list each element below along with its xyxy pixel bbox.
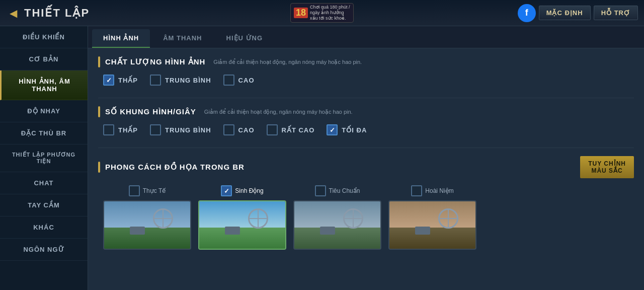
- ground-sinh-dong: [199, 228, 285, 249]
- checkbox-trung-binh-chat-luong[interactable]: [150, 75, 161, 86]
- section-header-so-khung: SỐ KHUNG HÌNH/GIÂY Giảm để cải thiện hoạ…: [98, 106, 634, 117]
- sidebar-item-khac[interactable]: KHÁC: [0, 216, 88, 239]
- customize-color-button[interactable]: TUY CHỈNHMÀU SẮC: [580, 156, 634, 178]
- option-thap-chat-luong[interactable]: THẤP: [103, 75, 138, 86]
- support-button[interactable]: HỖ TRỢ: [594, 6, 638, 20]
- options-row-chat-luong: THẤP TRUNG BÌNH CAO: [98, 75, 634, 86]
- sky-tieu-chuan: [294, 201, 380, 228]
- style-card-header-hoai-niem: Hoài Niệm: [411, 185, 453, 196]
- default-button[interactable]: MẶC ĐỊNH: [539, 6, 591, 20]
- card-image-thuc-te: [103, 200, 191, 250]
- checkbox-rat-cao-so-khung[interactable]: [267, 124, 278, 135]
- style-card-header-sinh-dong: Sinh Động: [221, 185, 263, 196]
- facebook-button[interactable]: f: [518, 4, 536, 22]
- option-trung-binh-chat-luong[interactable]: TRUNG BÌNH: [150, 75, 211, 86]
- tab-hinh-anh[interactable]: HÌNH ẢNH: [92, 29, 150, 48]
- checkbox-sinh-dong[interactable]: [221, 185, 232, 196]
- option-toi-da-so-khung[interactable]: TỐI ĐA: [327, 124, 367, 135]
- back-arrow-icon: ◀: [6, 6, 20, 20]
- options-row-so-khung: THẤP TRUNG BÌNH CAO RẤT CAO: [98, 124, 634, 135]
- checkbox-toi-da-so-khung[interactable]: [327, 124, 338, 135]
- card-scene-sinh-dong: [199, 201, 285, 249]
- checkbox-cao-chat-luong[interactable]: [223, 75, 234, 86]
- sky-sinh-dong: [199, 201, 285, 228]
- sky-thuc-te: [104, 201, 190, 228]
- option-thap-so-khung[interactable]: THẤP: [103, 124, 138, 135]
- card-scene-hoai-niem: [389, 201, 475, 249]
- ground-hoai-niem: [389, 228, 475, 249]
- bike-hoai-niem: [415, 227, 430, 235]
- checkbox-tieu-chuan[interactable]: [315, 185, 326, 196]
- card-image-sinh-dong: [198, 200, 286, 250]
- style-label-thuc-te: Thực Tế: [143, 187, 166, 194]
- option-cao-chat-luong[interactable]: CAO: [223, 75, 255, 86]
- label-rat-cao-so-khung: RẤT CAO: [282, 126, 315, 134]
- section-so-khung: SỐ KHUNG HÌNH/GIÂY Giảm để cải thiện hoạ…: [98, 106, 634, 135]
- section-chat-luong: CHẤT LƯỢNG HÌNH ẢNH Giảm để cải thiện ho…: [98, 56, 634, 86]
- sidebar: ĐIỀU KHIỂN CƠ BẢN HÌNH ẢNH, ÂM THANH ĐỘ …: [0, 26, 88, 290]
- bike-tieu-chuan: [320, 227, 335, 235]
- option-cao-so-khung[interactable]: CAO: [223, 124, 255, 135]
- sidebar-item-do-nhay[interactable]: ĐỘ NHAY: [0, 100, 88, 122]
- sidebar-item-chat[interactable]: CHAT: [0, 172, 88, 194]
- section-bar-icon: [98, 56, 100, 67]
- wheel-thuc-te: [153, 208, 173, 229]
- style-cards-row: Thực Tế: [98, 185, 634, 250]
- graphics-header-left: PHONG CÁCH ĐỒ HỌA TRONG BR: [98, 162, 245, 173]
- style-label-hoai-niem: Hoài Niệm: [425, 187, 453, 194]
- label-cao-so-khung: CAO: [238, 126, 255, 134]
- checkbox-trung-binh-so-khung[interactable]: [150, 124, 161, 135]
- tab-bar: HÌNH ẢNH ÂM THANH HIỆU ỨNG: [88, 26, 644, 48]
- wheel-tieu-chuan: [343, 208, 363, 229]
- label-thap-so-khung: THẤP: [118, 126, 138, 134]
- section-bar-so-khung-icon: [98, 106, 100, 117]
- sidebar-item-tay-cam[interactable]: TAY CẦM: [0, 194, 88, 216]
- option-trung-binh-so-khung[interactable]: TRUNG BÌNH: [150, 124, 211, 135]
- card-image-tieu-chuan: [293, 200, 381, 250]
- page-title: THIẾT LẬP: [24, 7, 90, 20]
- main-layout: ĐIỀU KHIỂN CƠ BẢN HÌNH ẢNH, ÂM THANH ĐỘ …: [0, 26, 644, 290]
- section-header-chat-luong: CHẤT LƯỢNG HÌNH ẢNH Giảm để cải thiện ho…: [98, 56, 634, 67]
- style-card-sinh-dong[interactable]: Sinh Động: [198, 185, 286, 250]
- label-toi-da-so-khung: TỐI ĐA: [342, 126, 367, 134]
- tab-hieu-ung[interactable]: HIỆU ỨNG: [215, 29, 274, 48]
- section-phong-cach: PHONG CÁCH ĐỒ HỌA TRONG BR TUY CHỈNHMÀU …: [98, 156, 634, 250]
- sidebar-item-ngon-ngu[interactable]: NGÔN NGỮ: [0, 239, 88, 261]
- sidebar-item-co-ban[interactable]: CƠ BẢN: [0, 48, 88, 70]
- sidebar-item-dieu-khien[interactable]: ĐIỀU KHIỂN: [0, 26, 88, 48]
- sidebar-item-hinh-anh-am-thanh[interactable]: HÌNH ẢNH, ÂM THANH: [0, 70, 88, 100]
- bike-sinh-dong: [225, 227, 240, 235]
- sidebar-item-thiet-lap-phuong-tien[interactable]: THIẾT LẬP PHƯƠNG TIỆN: [0, 144, 88, 172]
- label-thap-chat-luong: THẤP: [118, 77, 138, 84]
- header-right: f MẶC ĐỊNH HỖ TRỢ: [518, 4, 638, 22]
- label-cao-chat-luong: CAO: [238, 77, 255, 84]
- style-label-tieu-chuan: Tiêu Chuẩn: [329, 187, 360, 194]
- checkbox-thap-chat-luong[interactable]: [103, 75, 114, 86]
- style-card-hoai-niem[interactable]: Hoài Niệm: [388, 185, 476, 250]
- wheel-sinh-dong: [248, 208, 268, 229]
- graphics-header: PHONG CÁCH ĐỒ HỌA TRONG BR TUY CHỈNHMÀU …: [98, 156, 634, 178]
- ground-tieu-chuan: [294, 228, 380, 249]
- tab-am-thanh[interactable]: ÂM THANH: [152, 29, 213, 48]
- age-text: Chơi quá 180 phút / ngày ảnh hưởng xấu t…: [310, 5, 350, 21]
- card-scene-thuc-te: [104, 201, 190, 249]
- checkbox-thap-so-khung[interactable]: [103, 124, 114, 135]
- back-button[interactable]: ◀ THIẾT LẬP: [6, 6, 90, 20]
- checkbox-hoai-niem[interactable]: [411, 185, 422, 196]
- checkbox-cao-so-khung[interactable]: [223, 124, 234, 135]
- checkbox-thuc-te[interactable]: [129, 185, 140, 196]
- style-card-header-tieu-chuan: Tiêu Chuẩn: [315, 185, 360, 196]
- card-scene-tieu-chuan: [294, 201, 380, 249]
- label-trung-binh-chat-luong: TRUNG BÌNH: [165, 77, 211, 84]
- sidebar-item-dac-thu-br[interactable]: ĐẶC THÙ BR: [0, 122, 88, 144]
- option-rat-cao-so-khung[interactable]: RẤT CAO: [267, 124, 315, 135]
- style-label-sinh-dong: Sinh Động: [235, 187, 263, 194]
- style-card-header-thuc-te: Thực Tế: [129, 185, 166, 196]
- content-area: HÌNH ẢNH ÂM THANH HIỆU ỨNG CHẤT LƯỢNG HÌ…: [88, 26, 644, 290]
- style-card-tieu-chuan[interactable]: Tiêu Chuẩn: [293, 185, 381, 250]
- ground-thuc-te: [104, 228, 190, 249]
- content-scroll: CHẤT LƯỢNG HÌNH ẢNH Giảm để cải thiện ho…: [88, 48, 644, 290]
- divider-1: [98, 98, 634, 98]
- divider-2: [98, 148, 634, 148]
- style-card-thuc-te[interactable]: Thực Tế: [103, 185, 191, 250]
